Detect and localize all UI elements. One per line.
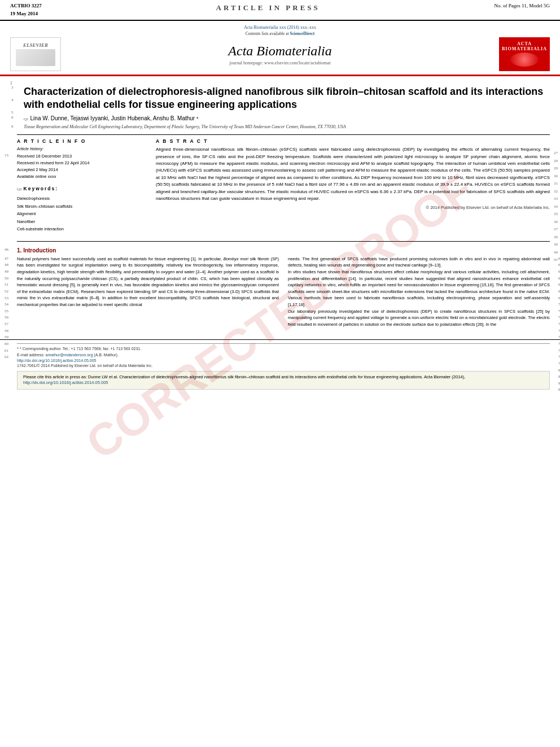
keyword-4: Nanofiber [17, 218, 147, 226]
article-info-received: Received 18 December 2013 Received in re… [17, 153, 147, 180]
intro-label: Introduction [23, 247, 56, 254]
keywords-heading: Keywords: [24, 186, 58, 191]
divider-1 [17, 134, 550, 135]
line-3: 3 [11, 85, 14, 90]
author-list: Lina W. Dunne, Tejaswi Iyyanki, Justin H… [30, 115, 196, 121]
sciencedirect-link[interactable]: ScienceDirect [290, 31, 315, 36]
abstract-text: Aligned three-dimensional nanofibrous si… [156, 146, 550, 202]
journal-title-center: Acta Biomaterialia journal homepage: www… [61, 43, 499, 65]
actbio-number: ACTBIO 3227 [10, 2, 42, 10]
journal-title: Acta Biomaterialia [61, 43, 499, 59]
line-5: 5 [11, 110, 14, 115]
footer-copyright: 1742-7061/© 2014 Published by Elsevier L… [17, 364, 550, 368]
keywords-section: Q2 Keywords: Dielectrophoresis Silk fibr… [17, 186, 147, 233]
page-footer: * * Corresponding author. Tel.: +1 713 5… [0, 339, 560, 371]
info-abstract-columns: A R T I C L E I N F O Article history: 1… [17, 138, 550, 233]
intro-section: 46 1. Introduction 474849505152535455565… [17, 247, 550, 328]
journal-header: Acta Biomaterialia xxx (2014) xxx–xxx Co… [0, 21, 560, 76]
journal-ref-text: Acta Biomaterialia xxx (2014) xxx–xxx [244, 25, 316, 30]
q1-marker: Q1 [24, 117, 29, 121]
contents-text: Contents lists available at [246, 31, 290, 36]
revised-date: Received in revised form 22 April 2014 [17, 160, 147, 167]
header-right: No. of Pages 11, Model 5G [495, 2, 550, 10]
journal-homepage: journal homepage: www.elsevier.com/locat… [61, 60, 499, 65]
header-bar: ACTBIO 3227 19 May 2014 ARTICLE IN PRESS… [0, 0, 560, 21]
pages-model: No. of Pages 11, Model 5G [495, 2, 550, 10]
keywords-list: Dielectrophoresis Silk fibroin–chitosan … [17, 195, 147, 233]
keyword-1: Dielectrophoresis [17, 195, 147, 203]
citation-bar: Please cite this article in press as: Du… [17, 371, 550, 390]
left-line-numbers: 47484950515253545556575859606162 [5, 256, 8, 361]
star-icon: * [17, 346, 19, 351]
abstract-heading: A B S T R A C T [156, 138, 550, 144]
journal-title-row: ELSEVIER Acta Biomaterialia journal home… [10, 37, 550, 71]
article-info-heading: A R T I C L E I N F O [17, 138, 147, 144]
keyword-3: Alignment [17, 210, 147, 218]
intro-left-col: 47484950515253545556575859606162 Natural… [17, 256, 279, 328]
accepted-date: Accepted 2 May 2014 [17, 167, 147, 173]
line-15: 15 [5, 153, 8, 158]
keyword-2: Silk fibroin–chitosan scaffolds [17, 203, 147, 211]
email-link[interactable]: amathur@mdanderson.org [46, 353, 93, 357]
line-9: 9 [11, 124, 14, 129]
doi-link[interactable]: http://dx.doi.org/10.1016/j.actbio.2014.… [17, 359, 550, 362]
article-title: Characterization of dielectrophoresis-al… [24, 85, 550, 112]
affiliation: Tissue Regeneration and Molecular Cell E… [24, 124, 550, 130]
article-in-press-label: ARTICLE IN PRESS [216, 2, 320, 12]
article-history-label: Article history: [17, 146, 147, 151]
citation-please: Please cite this article in press as: Du… [23, 374, 465, 379]
citation-doi-link[interactable]: http://dx.doi.org/10.1016/j.actbio.2014.… [23, 380, 108, 385]
q2-label: Q2 [17, 187, 22, 191]
received-date: Received 18 December 2013 [17, 153, 147, 160]
email-note: E-mail address: amathur@mdanderson.org (… [17, 353, 550, 357]
intro-right-col: 6364656667686970717273747576777879808182… [288, 256, 550, 328]
sciencedirect-bar: Acta Biomaterialia xxx (2014) xxx–xxx [10, 24, 550, 30]
line-4: 4 [11, 98, 14, 102]
acta-biomaterialia-logo: ACTA BIOMATERIALIA [499, 37, 550, 71]
line-46: 46 [5, 247, 8, 252]
line-8: 8 [11, 115, 14, 120]
authors: Lina W. Dunne, Tejaswi Iyyanki, Justin H… [30, 115, 199, 121]
intro-body: 47484950515253545556575859606162 Natural… [17, 256, 550, 328]
article-info-column: A R T I C L E I N F O Article history: 1… [17, 138, 147, 233]
divider-2 [17, 241, 550, 242]
page: ACTBIO 3227 19 May 2014 ARTICLE IN PRESS… [0, 0, 560, 747]
corresponding-author-note: * * Corresponding author. Tel.: +1 713 5… [17, 346, 550, 351]
keyword-5: Cell-substrate interaction [17, 225, 147, 233]
available-date: Available online xxxx [17, 173, 147, 180]
intro-left-text: Natural polymers have been successfully … [17, 256, 279, 308]
copyright-line: © 2014 Published by Elsevier Ltd. on beh… [156, 205, 550, 210]
date-line: 19 May 2014 [10, 10, 42, 18]
contents-line: Contents lists available at ScienceDirec… [10, 31, 550, 36]
intro-title: 1. Introduction [17, 247, 550, 254]
doi-text[interactable]: http://dx.doi.org/10.1016/j.actbio.2014.… [17, 359, 97, 362]
author-star: * [196, 116, 199, 121]
spacer-44-45 [17, 233, 550, 238]
main-content: CORRECTED PROOF 1 3 4 5 Characterization… [0, 76, 560, 333]
email-attribution: (A.B. Mathur). [94, 353, 119, 357]
abstract-column: A B S T R A C T Aligned three-dimensiona… [156, 138, 550, 233]
corresponding-author-text: * Corresponding author. Tel.: +1 713 563… [20, 347, 141, 351]
email-label: E-mail address: [17, 353, 46, 357]
right-line-numbers: 272829303132333435363738394041 [554, 150, 558, 264]
elsevier-logo: ELSEVIER [10, 37, 61, 71]
article-title-section: 3 4 5 Characterization of dielectrophore… [17, 85, 550, 130]
intro-number: 1. [17, 247, 23, 254]
intro-right-text: needs. The first generation of SFCS scaf… [288, 256, 550, 328]
header-left: ACTBIO 3227 19 May 2014 [10, 2, 42, 18]
